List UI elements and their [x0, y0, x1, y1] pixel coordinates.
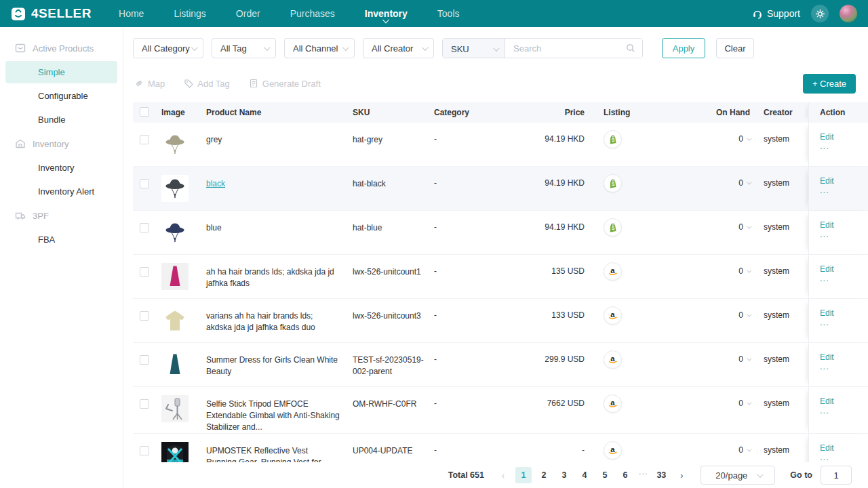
product-price: 94.19 HKD	[495, 123, 587, 144]
product-image[interactable]	[161, 131, 189, 158]
more-actions-button[interactable]: ...	[820, 187, 868, 194]
on-hand-dropdown[interactable]: 0	[661, 434, 750, 455]
row-checkbox[interactable]	[140, 179, 149, 188]
row-checkbox[interactable]	[140, 135, 149, 144]
page-size-select[interactable]: 20/page	[701, 466, 775, 485]
more-actions-button[interactable]: ...	[820, 407, 868, 414]
tag-filter-select[interactable]: All Tag	[212, 38, 276, 58]
support-button[interactable]: Support	[752, 8, 800, 19]
shopify-listing-icon[interactable]: S	[604, 218, 622, 237]
row-checkbox[interactable]	[140, 446, 149, 455]
product-name-link[interactable]: Selfie Stick Tripod EMFOCE Extendable Gi…	[206, 399, 340, 432]
amazon-listing-icon[interactable]: a	[604, 441, 622, 460]
edit-button[interactable]: Edit	[820, 396, 868, 406]
amazon-listing-icon[interactable]: a	[604, 394, 622, 413]
nav-item-listings[interactable]: Listings	[174, 5, 205, 22]
on-hand-dropdown[interactable]: 0	[661, 299, 750, 320]
product-name-link[interactable]: grey	[206, 135, 222, 144]
search-input[interactable]	[505, 39, 626, 58]
product-image[interactable]	[161, 175, 189, 202]
on-hand-dropdown[interactable]: 0	[661, 387, 750, 408]
apply-button[interactable]: Apply	[662, 38, 705, 58]
sidebar-item-bundle[interactable]: Bundle	[5, 108, 117, 131]
page-number-3[interactable]: 3	[556, 467, 572, 483]
user-avatar[interactable]	[840, 5, 857, 22]
product-image[interactable]	[161, 395, 189, 422]
nav-item-purchases[interactable]: Purchases	[290, 5, 335, 22]
nav-item-tools[interactable]: Tools	[437, 5, 460, 22]
amazon-listing-icon[interactable]: a	[604, 350, 622, 369]
product-name-link[interactable]: Summer Dress for Girls Clean White Beaut…	[206, 355, 338, 376]
category-filter-select[interactable]: All Category	[133, 38, 203, 58]
edit-button[interactable]: Edit	[820, 132, 868, 142]
product-name-link[interactable]: black	[206, 179, 225, 188]
search-icon[interactable]	[626, 39, 642, 58]
product-image[interactable]	[161, 351, 189, 378]
create-button[interactable]: + Create	[803, 74, 856, 94]
more-actions-button[interactable]: ...	[820, 275, 868, 282]
settings-gear-button[interactable]	[811, 5, 829, 22]
select-all-checkbox[interactable]	[140, 107, 149, 117]
map-button[interactable]: Map	[134, 79, 165, 89]
edit-button[interactable]: Edit	[820, 176, 868, 186]
on-hand-dropdown[interactable]: 0	[661, 167, 750, 188]
nav-item-inventory[interactable]: Inventory	[365, 5, 408, 22]
generate-draft-button[interactable]: Generate Draft	[249, 79, 321, 89]
add-tag-button[interactable]: Add Tag	[184, 79, 229, 89]
sidebar-item-configurable[interactable]: Configurable	[5, 85, 117, 107]
sidebar-item-fba[interactable]: FBA	[5, 228, 117, 251]
page-number-1[interactable]: 1	[515, 467, 532, 483]
on-hand-dropdown[interactable]: 0	[661, 123, 750, 144]
on-hand-dropdown[interactable]: 0	[661, 255, 750, 276]
sidebar-item-inventory-alert[interactable]: Inventory Alert	[5, 180, 117, 203]
more-actions-button[interactable]: ...	[820, 363, 868, 370]
product-image[interactable]	[161, 219, 189, 246]
channel-filter-select[interactable]: All Channel	[284, 38, 355, 58]
row-checkbox[interactable]	[140, 267, 149, 277]
edit-button[interactable]: Edit	[820, 264, 868, 274]
shopify-listing-icon[interactable]: S	[604, 130, 622, 148]
product-image[interactable]	[161, 307, 189, 334]
next-page-button[interactable]: ›	[673, 467, 690, 483]
page-ellipsis[interactable]: ...	[637, 467, 649, 483]
sidebar-item-inventory[interactable]: Inventory	[5, 157, 117, 179]
prev-page-button[interactable]: ‹	[495, 467, 511, 483]
row-checkbox[interactable]	[140, 311, 149, 321]
nav-item-home[interactable]: Home	[119, 5, 144, 22]
product-name-link[interactable]: blue	[206, 223, 222, 232]
brand[interactable]: 4SELLER	[11, 6, 92, 21]
on-hand-dropdown[interactable]: 0	[661, 343, 750, 364]
search-field-select[interactable]: SKU	[443, 39, 505, 58]
product-name-link[interactable]: varians ah ha hair brands lds; akdska jd…	[206, 311, 315, 332]
product-name-link[interactable]: ah ha hair brands lds; akdska jda jd jaf…	[206, 267, 334, 288]
nav-item-order[interactable]: Order	[236, 5, 260, 22]
page-number-4[interactable]: 4	[576, 467, 593, 483]
row-checkbox[interactable]	[140, 355, 149, 365]
edit-button[interactable]: Edit	[820, 308, 868, 318]
amazon-listing-icon[interactable]: a	[604, 262, 622, 281]
product-image[interactable]	[161, 263, 189, 290]
shopify-listing-icon[interactable]: S	[604, 174, 622, 192]
more-actions-button[interactable]: ...	[820, 231, 868, 238]
edit-button[interactable]: Edit	[820, 352, 868, 362]
on-hand-dropdown[interactable]: 0	[661, 211, 750, 232]
page-number-2[interactable]: 2	[536, 467, 552, 483]
svg-text:a: a	[610, 310, 615, 319]
more-actions-button[interactable]: ...	[820, 319, 868, 326]
edit-button[interactable]: Edit	[820, 220, 868, 230]
creator-filter-select[interactable]: All Creator	[363, 38, 434, 58]
more-actions-button[interactable]: ...	[820, 454, 868, 461]
amazon-listing-icon[interactable]: a	[604, 306, 622, 325]
row-checkbox[interactable]	[140, 223, 149, 232]
page-number-6[interactable]: 6	[617, 467, 633, 483]
product-name-link[interactable]: UPMOSTEK Reflective Vest Running Gear, R…	[206, 446, 321, 462]
clear-button[interactable]: Clear	[716, 38, 754, 58]
edit-button[interactable]: Edit	[820, 443, 868, 453]
page-number-33[interactable]: 33	[653, 467, 669, 483]
row-checkbox[interactable]	[140, 399, 149, 409]
product-image[interactable]	[161, 442, 189, 462]
goto-page-input[interactable]	[821, 466, 852, 485]
sidebar-item-simple[interactable]: Simple	[5, 61, 117, 83]
more-actions-button[interactable]: ...	[820, 143, 868, 150]
page-number-5[interactable]: 5	[597, 467, 613, 483]
